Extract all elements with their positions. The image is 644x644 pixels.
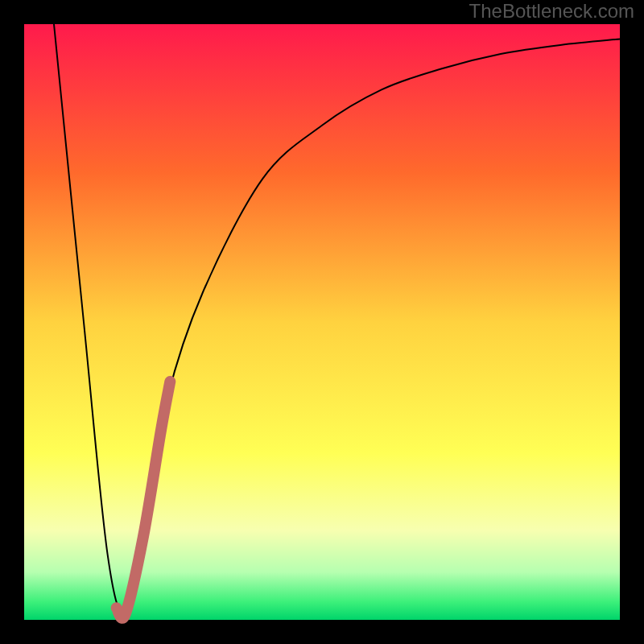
- chart-svg: TheBottleneck.com: [0, 0, 644, 644]
- watermark-text: TheBottleneck.com: [469, 0, 634, 22]
- chart-container: TheBottleneck.com: [0, 0, 644, 644]
- plot-area: [24, 24, 620, 620]
